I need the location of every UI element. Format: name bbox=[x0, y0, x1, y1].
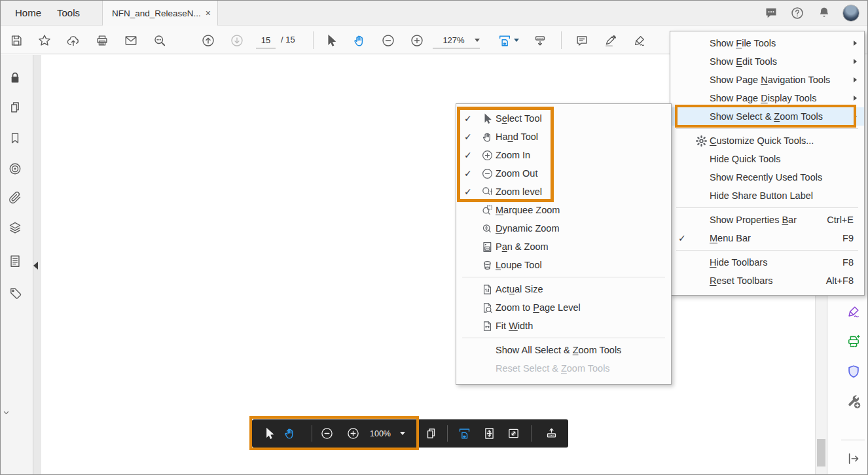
menu-item-hide-quick-tools[interactable]: Hide Quick Tools bbox=[670, 150, 864, 168]
menu-separator bbox=[462, 277, 665, 277]
fit-width-page-icon bbox=[479, 319, 496, 332]
protect-tool[interactable] bbox=[846, 364, 861, 379]
menu-item-label: Hide Share Button Label bbox=[710, 190, 864, 201]
scroll-down-icon[interactable] bbox=[1, 408, 11, 417]
icon-placeholder bbox=[693, 55, 710, 68]
hud-fit-width-button[interactable] bbox=[456, 425, 473, 442]
print-button[interactable] bbox=[91, 31, 113, 50]
help-button[interactable] bbox=[789, 5, 806, 22]
menu-item-show-properties-bar[interactable]: Show Properties BarCtrl+E bbox=[670, 211, 864, 229]
zoom-level-dropdown[interactable]: 127% bbox=[433, 32, 480, 48]
page-number-field[interactable] bbox=[256, 32, 276, 48]
icon-placeholder bbox=[693, 189, 710, 202]
close-tab-icon[interactable]: × bbox=[206, 8, 211, 18]
hand-tool-button[interactable] bbox=[348, 31, 371, 50]
menu-item-customize-quick-tools[interactable]: Customize Quick Tools... bbox=[670, 132, 864, 150]
menu-item-show-all-select-zoom-tools[interactable]: Show All Select & Zoom Tools bbox=[456, 341, 671, 359]
menu-item-label: Actual Size bbox=[496, 284, 671, 294]
menu-item-menu-bar[interactable]: ✓Menu BarF9 bbox=[670, 229, 864, 247]
layers-panel-button[interactable] bbox=[7, 220, 23, 236]
zoom-out-button[interactable] bbox=[377, 31, 399, 50]
menu-item-label: Show All Select & Zoom Tools bbox=[496, 345, 671, 355]
toolbar-visibility-button[interactable] bbox=[529, 31, 551, 50]
scrollbar-thumb[interactable] bbox=[817, 439, 825, 466]
fit-width-button[interactable] bbox=[494, 31, 516, 50]
menu-item-show-page-navigation-tools[interactable]: Show Page Navigation Tools bbox=[670, 71, 864, 89]
annotation-box-menu-item bbox=[675, 105, 856, 128]
hud-separator bbox=[531, 425, 532, 442]
tab-tools[interactable]: Tools bbox=[48, 1, 89, 26]
icon-placeholder bbox=[693, 232, 710, 245]
menu-item-reset-toolbars[interactable]: Reset ToolbarsAlt+F8 bbox=[670, 272, 864, 290]
tab-home[interactable]: Home bbox=[6, 1, 50, 26]
menu-item-pan-zoom[interactable]: Pan & Zoom bbox=[456, 238, 671, 256]
menu-shortcut: Ctrl+E bbox=[827, 215, 854, 225]
menu-item-actual-size[interactable]: Actual Size bbox=[456, 280, 671, 298]
collapse-panel-icon[interactable] bbox=[33, 262, 38, 270]
notifications-button[interactable] bbox=[816, 5, 833, 22]
icon-placeholder bbox=[693, 213, 710, 226]
expand-pane-icon bbox=[846, 451, 861, 466]
menu-item-dynamic-zoom[interactable]: Dynamic Zoom bbox=[456, 219, 671, 238]
menu-separator bbox=[676, 207, 858, 208]
destinations-panel-button[interactable] bbox=[7, 161, 23, 177]
expand-tools-pane-button[interactable] bbox=[846, 451, 861, 466]
menu-item-label: Pan & Zoom bbox=[496, 241, 671, 252]
menu-item-marquee-zoom[interactable]: Marquee Zoom bbox=[456, 201, 671, 219]
icon-placeholder bbox=[693, 37, 710, 50]
bookmark-icon bbox=[8, 131, 22, 145]
previous-page-button[interactable] bbox=[197, 31, 219, 50]
menu-item-fit-width[interactable]: Fit Width bbox=[456, 317, 671, 335]
document-tab[interactable]: NFN_and_ReleaseN... × bbox=[102, 1, 218, 26]
comment-button[interactable] bbox=[571, 31, 593, 50]
highlight-button[interactable] bbox=[600, 31, 622, 50]
save-button[interactable] bbox=[5, 31, 27, 50]
menu-item-show-recently-used-tools[interactable]: Show Recently Used Tools bbox=[670, 168, 864, 186]
hud-fit-one-page-button[interactable] bbox=[481, 425, 497, 442]
menu-item-hide-toolbars[interactable]: Hide ToolbarsF8 bbox=[670, 253, 864, 272]
menu-separator bbox=[676, 128, 858, 129]
fill-sign-button[interactable] bbox=[628, 31, 651, 50]
search-button[interactable] bbox=[149, 31, 171, 50]
menu-item-label: Fit Width bbox=[496, 321, 671, 331]
menu-item-hide-share-button-label[interactable]: Hide Share Button Label bbox=[670, 186, 864, 205]
pan-zoom-icon bbox=[479, 240, 496, 253]
fill-sign-tool[interactable] bbox=[846, 304, 861, 319]
zoom-in-button[interactable] bbox=[406, 31, 428, 50]
menu-shortcut: Alt+F8 bbox=[826, 275, 854, 286]
hud-show-toolbar-button[interactable] bbox=[543, 425, 560, 442]
page-thumbnails-panel-button[interactable] bbox=[7, 99, 23, 115]
avatar[interactable] bbox=[842, 5, 859, 22]
menu-item-label: Loupe Tool bbox=[496, 260, 671, 270]
menu-item-loupe-tool[interactable]: Loupe Tool bbox=[456, 256, 671, 274]
cloud-upload-button[interactable] bbox=[62, 31, 84, 50]
menu-item-show-edit-tools[interactable]: Show Edit Tools bbox=[670, 52, 864, 71]
menu-item-label: Hide Quick Tools bbox=[710, 154, 864, 164]
menu-item-label: Show Recently Used Tools bbox=[710, 172, 864, 183]
attachments-panel-button[interactable] bbox=[7, 190, 23, 205]
email-button[interactable] bbox=[120, 31, 142, 50]
menu-item-label: Show Page Display Tools bbox=[710, 93, 854, 103]
star-button[interactable] bbox=[33, 31, 56, 50]
menu-separator bbox=[676, 250, 858, 251]
security-panel-button[interactable] bbox=[7, 70, 23, 86]
scan-ocr-tool[interactable] bbox=[846, 334, 861, 349]
chevron-down-icon bbox=[475, 39, 480, 42]
annotation-box-hud bbox=[249, 416, 419, 450]
wrench-plus-icon bbox=[846, 394, 861, 410]
page-number-input[interactable] bbox=[256, 32, 276, 48]
more-tools-button[interactable] bbox=[846, 394, 861, 410]
menu-item-zoom-to-page-level[interactable]: Zoom to Page Level bbox=[456, 298, 671, 317]
submenu-arrow-icon bbox=[854, 96, 857, 101]
hud-page-view-button[interactable] bbox=[423, 425, 439, 442]
fit-width-dropdown-icon[interactable] bbox=[514, 39, 519, 42]
select-tool-button[interactable] bbox=[320, 31, 342, 50]
tags-panel-button[interactable] bbox=[7, 286, 23, 302]
feedback-chat-button[interactable] bbox=[763, 5, 780, 22]
annotation-box-submenu-tools bbox=[457, 107, 554, 202]
content-panel-button[interactable] bbox=[7, 253, 23, 269]
bookmarks-panel-button[interactable] bbox=[7, 130, 23, 146]
menu-item-show-file-tools[interactable]: Show File Tools bbox=[670, 34, 864, 52]
hud-full-screen-button[interactable] bbox=[505, 425, 522, 442]
page-total-label: / 15 bbox=[281, 35, 295, 44]
